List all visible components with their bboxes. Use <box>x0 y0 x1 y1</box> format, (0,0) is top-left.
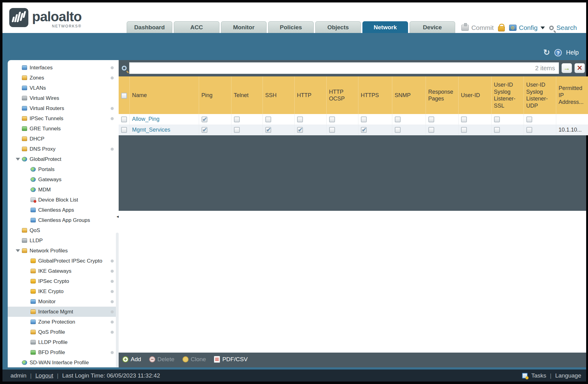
telnet-checkbox[interactable]: ✔ <box>234 116 240 122</box>
col-https[interactable]: HTTPS <box>358 76 392 114</box>
sidebar-item-virtual-wires[interactable]: Virtual Wires <box>8 93 119 103</box>
sidebar-item-qos-profile[interactable]: QoS Profile <box>8 327 119 337</box>
sidebar-item-ike-gateways[interactable]: IKE Gateways <box>8 266 119 276</box>
language-link[interactable]: Language <box>555 372 581 379</box>
http-checkbox[interactable]: ✔ <box>297 127 303 133</box>
sidebar-item-dhcp[interactable]: DHCP <box>8 134 119 144</box>
ping-checkbox[interactable]: ✔ <box>202 116 207 122</box>
delete-button[interactable]: − Delete <box>149 356 174 363</box>
response-pages-checkbox[interactable]: ✔ <box>428 116 434 122</box>
snmp-checkbox[interactable]: ✔ <box>395 127 401 133</box>
profile-name-link[interactable]: Mgmt_Services <box>132 127 170 133</box>
select-all-checkbox[interactable]: ✔ <box>121 93 127 99</box>
add-button[interactable]: + Add <box>122 356 141 363</box>
lock-icon[interactable] <box>498 26 505 31</box>
sidebar-item-interfaces[interactable]: Interfaces <box>8 63 119 73</box>
col-ssh[interactable]: SSH <box>263 76 294 114</box>
sidebar-collapse-handle[interactable]: ◂ <box>116 214 119 219</box>
permitted-ip-value <box>556 114 588 125</box>
ssh-checkbox[interactable]: ✔ <box>265 116 271 122</box>
col-user-id[interactable]: User-ID <box>458 76 491 114</box>
sidebar-item-device-block-list[interactable]: Device Block List <box>8 195 119 205</box>
help-link[interactable]: Help <box>566 49 579 56</box>
col-http[interactable]: HTTP <box>294 76 326 114</box>
commit-button[interactable]: Commit <box>461 24 493 31</box>
tasks-link[interactable]: Tasks <box>531 372 546 379</box>
http-ocsp-checkbox[interactable]: ✔ <box>329 116 335 122</box>
sidebar-item-zones[interactable]: Zones <box>8 73 119 83</box>
filter-input[interactable]: 2 items <box>129 62 559 74</box>
http-ocsp-checkbox[interactable]: ✔ <box>329 127 335 133</box>
snmp-checkbox[interactable]: ✔ <box>395 116 401 122</box>
sidebar-item-mdm[interactable]: MDM <box>8 185 119 195</box>
sidebar-item-gateways[interactable]: Gateways <box>8 174 119 185</box>
col-telnet[interactable]: Telnet <box>231 76 263 114</box>
row-checkbox[interactable]: ✔ <box>121 116 127 122</box>
tab-policies[interactable]: Policies <box>268 21 314 33</box>
sidebar-item-network-profiles[interactable]: Network Profiles <box>8 246 119 256</box>
user-id-checkbox[interactable]: ✔ <box>461 127 467 133</box>
col-snmp[interactable]: SNMP <box>392 76 426 114</box>
sidebar-item-zone-protection[interactable]: Zone Protection <box>8 317 119 327</box>
tab-objects[interactable]: Objects <box>315 21 361 33</box>
profile-name-link[interactable]: Allow_Ping <box>132 116 160 122</box>
sidebar-item-monitor-profile[interactable]: Monitor <box>8 296 119 307</box>
sidebar-item-globalprotect[interactable]: GlobalProtect <box>8 154 119 164</box>
apply-filter-button[interactable]: → <box>561 63 572 73</box>
tab-network[interactable]: Network <box>362 21 408 33</box>
http-checkbox[interactable]: ✔ <box>297 116 303 122</box>
row-checkbox[interactable]: ✔ <box>121 127 127 133</box>
sidebar-item-ipsec-crypto[interactable]: IPSec Crypto <box>8 276 119 286</box>
sidebar-item-qos[interactable]: QoS <box>8 225 119 235</box>
sidebar-item-clientless-app-groups[interactable]: Clientless App Groups <box>8 215 119 225</box>
telnet-checkbox[interactable]: ✔ <box>234 127 240 133</box>
ssh-checkbox[interactable]: ✔ <box>265 127 271 133</box>
https-checkbox[interactable]: ✔ <box>361 127 367 133</box>
uid-udp-checkbox[interactable]: ✔ <box>526 127 532 133</box>
expand-caret-icon[interactable] <box>16 249 20 252</box>
col-name[interactable]: Name <box>129 76 199 114</box>
col-response-pages[interactable]: Response Pages <box>426 76 458 114</box>
sidebar-item-lldp[interactable]: LLDP <box>8 235 119 246</box>
clear-filter-button[interactable]: ✕ <box>574 63 585 73</box>
help-icon[interactable]: ? <box>554 49 562 56</box>
clone-button[interactable]: Clone <box>182 356 206 363</box>
ping-checkbox[interactable]: ✔ <box>202 127 207 133</box>
uid-udp-checkbox[interactable]: ✔ <box>526 116 532 122</box>
expand-caret-icon[interactable] <box>16 158 20 161</box>
col-uid-syslog-udp[interactable]: User-ID Syslog Listener-UDP <box>524 76 556 114</box>
sidebar-item-dns-proxy[interactable]: DNS Proxy <box>8 144 119 154</box>
sidebar-item-lldp-profile[interactable]: LLDP Profile <box>8 337 119 347</box>
col-uid-syslog-ssl[interactable]: User-ID Syslog Listener-SSL <box>491 76 524 114</box>
col-ping[interactable]: Ping <box>199 76 231 114</box>
sidebar-item-ipsec-tunnels[interactable]: IPSec Tunnels <box>8 113 119 124</box>
refresh-icon[interactable]: ↻ <box>543 48 550 57</box>
sidebar-item-interface-mgmt[interactable]: Interface Mgmt <box>8 307 119 317</box>
tab-dashboard[interactable]: Dashboard <box>127 21 172 33</box>
sidebar-item-portals[interactable]: Portals <box>8 164 119 174</box>
tab-monitor[interactable]: Monitor <box>221 21 267 33</box>
sidebar-item-bfd-profile[interactable]: BFD Profile <box>8 347 119 357</box>
sidebar-scrollbar[interactable] <box>116 233 119 367</box>
sidebar-item-ike-crypto[interactable]: IKE Crypto <box>8 286 119 296</box>
sidebar-item-globalprotect-ipsec-crypto[interactable]: GlobalProtect IPSec Crypto <box>8 256 119 266</box>
search-button[interactable]: Search <box>549 24 577 31</box>
sidebar-item-vlans[interactable]: VLANs <box>8 83 119 93</box>
logout-link[interactable]: Logout <box>35 372 53 379</box>
pdf-csv-button[interactable]: PDF/CSV <box>214 356 247 363</box>
response-pages-checkbox[interactable]: ✔ <box>428 127 434 133</box>
config-menu-button[interactable]: ⚙ Config <box>509 24 545 31</box>
sidebar-item-virtual-routers[interactable]: Virtual Routers <box>8 103 119 113</box>
col-http-ocsp[interactable]: HTTP OCSP <box>326 76 358 114</box>
sidebar-item-clientless-apps[interactable]: Clientless Apps <box>8 205 119 215</box>
tab-acc[interactable]: ACC <box>174 21 219 33</box>
uid-ssl-checkbox[interactable]: ✔ <box>494 127 500 133</box>
interface-mgmt-table: ✔ Name Ping Telnet SSH HTTP HTTP OCSP HT… <box>119 76 586 135</box>
https-checkbox[interactable]: ✔ <box>361 116 367 122</box>
sidebar-item-sdwan-interface-profile[interactable]: SD-WAN Interface Profile <box>8 357 119 367</box>
user-id-checkbox[interactable]: ✔ <box>461 116 467 122</box>
tab-device[interactable]: Device <box>410 21 455 33</box>
sidebar-item-gre-tunnels[interactable]: GRE Tunnels <box>8 124 119 134</box>
uid-ssl-checkbox[interactable]: ✔ <box>494 116 500 122</box>
col-permitted-ip[interactable]: Permitted IP Address... <box>556 76 588 114</box>
